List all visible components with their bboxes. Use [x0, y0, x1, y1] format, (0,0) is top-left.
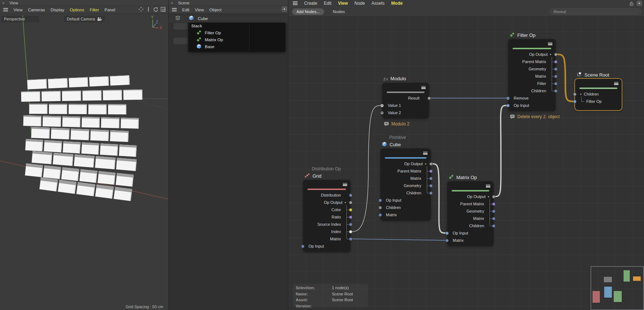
port-dot[interactable]: [506, 97, 510, 100]
scene-menu-object[interactable]: Object: [210, 8, 222, 12]
port-dot[interactable]: [554, 82, 557, 85]
port-dot[interactable]: [429, 191, 433, 195]
dolly-icon[interactable]: [146, 7, 151, 12]
port-op-input[interactable]: Op Input: [447, 229, 494, 237]
port-value-1[interactable]: Value 1: [382, 102, 429, 109]
add-nodes-button[interactable]: Add Nodes...: [292, 8, 324, 15]
port-dot[interactable]: [554, 67, 557, 71]
port-op-output[interactable]: Op Output▾: [447, 193, 494, 200]
port-matrix[interactable]: Matrix: [380, 175, 431, 182]
port-source-index[interactable]: Source Index: [303, 221, 350, 228]
port-parent-matrix[interactable]: Parent Matrix: [508, 58, 556, 65]
port-dot[interactable]: [492, 202, 495, 206]
port-op-output[interactable]: Op Output▾: [303, 199, 350, 206]
node-filter_op[interactable]: Filter OpOp Output▾Parent MatrixGeometry…: [508, 39, 556, 111]
node-body[interactable]: DistributionOp Output▾ColorRatioSource I…: [303, 180, 350, 252]
port-dot[interactable]: [506, 104, 510, 107]
port-children[interactable]: Children: [380, 204, 431, 211]
port-dot[interactable]: [573, 93, 576, 96]
add-panel-icon[interactable]: [282, 7, 287, 12]
search-input[interactable]: [549, 8, 641, 15]
node-cube[interactable]: PrimitiveCubeOp Output▾Parent MatrixMatr…: [380, 148, 431, 221]
scene-menu-edit[interactable]: Edit: [182, 8, 189, 12]
node-editor-menu-node[interactable]: Node: [354, 1, 365, 6]
port-dot[interactable]: [380, 111, 384, 115]
port-matrix[interactable]: Matrix: [447, 237, 494, 244]
port-remove[interactable]: Remove: [508, 94, 556, 102]
port-filter[interactable]: Filter: [508, 80, 556, 87]
port-dot[interactable]: [428, 97, 431, 100]
port-dot[interactable]: [379, 213, 382, 217]
port-matrix[interactable]: Matrix: [447, 215, 494, 222]
port-dot[interactable]: [429, 170, 433, 173]
menu-icon[interactable]: [293, 1, 298, 6]
close-icon[interactable]: ×: [2, 1, 6, 5]
port-dot[interactable]: [492, 217, 495, 220]
pan-icon[interactable]: [139, 7, 143, 12]
port-children[interactable]: Children: [508, 87, 556, 94]
port-dot[interactable]: [349, 201, 352, 204]
scene-object-row[interactable]: Cube: [169, 15, 288, 23]
port-dot[interactable]: [554, 89, 557, 93]
port-dot[interactable]: [492, 224, 495, 228]
port-op-input[interactable]: Op Input: [380, 197, 431, 204]
port-dot[interactable]: [429, 162, 433, 166]
port-dot[interactable]: [349, 230, 352, 233]
port-dot[interactable]: [349, 208, 352, 212]
node-editor-menu-view[interactable]: View: [338, 1, 348, 6]
scene-menu-view[interactable]: View: [195, 8, 204, 12]
port-dot[interactable]: [349, 194, 352, 197]
stack-item-base[interactable]: Base: [196, 44, 214, 50]
port-dot[interactable]: [429, 177, 433, 180]
port-dot[interactable]: [349, 216, 352, 219]
port-geometry[interactable]: Geometry: [447, 208, 494, 215]
port-value-2[interactable]: Value 2: [382, 109, 429, 116]
port-dot[interactable]: [429, 184, 433, 187]
minimap[interactable]: [591, 266, 644, 310]
viewport-menu-filter[interactable]: Filter: [90, 8, 99, 12]
stack-item-matrix-op[interactable]: Matrix Op: [196, 37, 223, 43]
close-icon[interactable]: ×: [171, 1, 175, 5]
node-menu-icon[interactable]: [548, 42, 552, 46]
port-dot[interactable]: [445, 239, 449, 242]
node-body[interactable]: ▾ChildrenFilter Op: [575, 79, 622, 110]
port-children[interactable]: Children: [447, 222, 494, 229]
node-editor-menu-create[interactable]: Create: [304, 1, 317, 6]
port-op-output[interactable]: Op Output▾: [380, 160, 431, 167]
port-dot[interactable]: [445, 232, 449, 235]
node-body[interactable]: ResultValue 1Value 2: [382, 83, 429, 119]
port-parent-matrix[interactable]: Parent Matrix: [447, 200, 494, 208]
port-dot[interactable]: [380, 104, 384, 107]
viewport-menu-panel[interactable]: Panel: [104, 8, 115, 12]
port-dot[interactable]: [554, 53, 557, 56]
port-dot[interactable]: [554, 75, 557, 78]
node-menu-icon[interactable]: [421, 85, 426, 90]
port-dot[interactable]: [379, 199, 382, 202]
node-grid[interactable]: Distribution OpGridDistributionOp Output…: [303, 180, 350, 252]
viewport-canvas[interactable]: Perspective Default Camera Y Z X Grid Sp…: [0, 14, 168, 310]
port-dot[interactable]: [301, 245, 304, 248]
maximize-icon[interactable]: [161, 7, 165, 12]
port-geometry[interactable]: Geometry: [508, 65, 556, 73]
scene-row-toggle[interactable]: [173, 23, 188, 30]
add-panel-icon[interactable]: [637, 1, 642, 6]
port-dot[interactable]: [492, 210, 495, 213]
port-dot[interactable]: [349, 223, 352, 226]
node-graph-canvas[interactable]: Distribution OpGridDistributionOp Output…: [288, 17, 644, 310]
port-matrix[interactable]: Matrix: [380, 211, 431, 218]
node-body[interactable]: Op Output▾Parent MatrixMatrixGeometryChi…: [380, 148, 431, 221]
port-matrix[interactable]: Matrix: [303, 235, 350, 243]
port-parent-matrix[interactable]: Parent Matrix: [380, 167, 431, 175]
port-index[interactable]: Index: [303, 228, 350, 235]
port-op-output[interactable]: Op Output▾: [508, 51, 556, 58]
viewport-menu-cameras[interactable]: Cameras: [28, 8, 45, 12]
port-matrix[interactable]: Matrix: [508, 73, 556, 80]
node-menu-icon[interactable]: [486, 184, 490, 188]
node-editor-menu-assets[interactable]: Assets: [372, 1, 385, 6]
lock-icon[interactable]: [629, 1, 634, 6]
node-editor-menu-edit[interactable]: Edit: [324, 1, 331, 6]
port-op-input[interactable]: Op Input: [508, 102, 556, 109]
viewport-menu-display[interactable]: Display: [50, 8, 64, 12]
port-ratio[interactable]: Ratio: [303, 213, 350, 221]
port-dot[interactable]: [554, 60, 557, 63]
